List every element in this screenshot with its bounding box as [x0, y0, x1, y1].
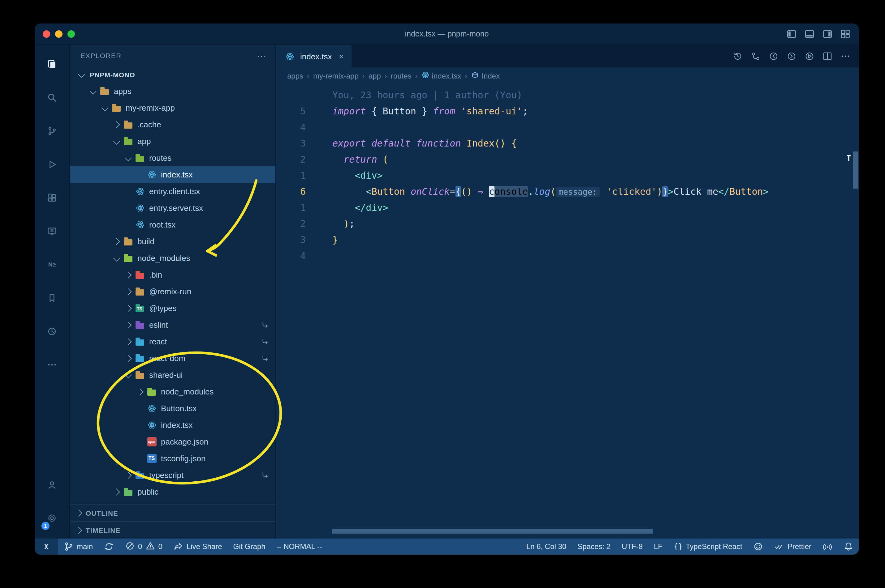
breadcrumb-apps[interactable]: apps	[287, 72, 303, 80]
chevron-down-icon[interactable]	[111, 139, 122, 144]
code-line[interactable]: 3}	[276, 232, 859, 248]
chevron-right-icon[interactable]	[134, 390, 146, 394]
activity-source-control-icon[interactable]	[37, 114, 67, 148]
status-language-mode[interactable]: {}TypeScript React	[668, 538, 748, 555]
status-encoding[interactable]: UTF-8	[616, 538, 648, 555]
breadcrumb-routes[interactable]: routes	[391, 72, 412, 80]
tree-item-react[interactable]: react	[70, 333, 275, 350]
tab-close-icon[interactable]: ×	[339, 51, 344, 61]
tree-item-button-tsx[interactable]: Button.tsx	[70, 400, 275, 417]
tree-item-eslint[interactable]: eslint	[70, 316, 275, 333]
tree-item-tsconfig-json[interactable]: TStsconfig.json	[70, 450, 275, 467]
tree-item-node-modules[interactable]: node_modules	[70, 250, 275, 267]
tree-item-root-tsx[interactable]: root.tsx	[70, 216, 275, 233]
activity-settings-icon[interactable]: 1	[37, 501, 67, 535]
toggle-secondary-sidebar-icon[interactable]	[822, 29, 832, 39]
breadcrumb-my-remix-app[interactable]: my-remix-app	[313, 72, 359, 80]
chevron-right-icon[interactable]	[111, 239, 122, 244]
chevron-down-icon[interactable]	[99, 106, 110, 110]
activity-more-icon[interactable]	[37, 348, 67, 381]
code-line[interactable]: 6 <Button onClick={() ⇒ console.log(mess…	[276, 184, 859, 200]
status-git-branch[interactable]: main	[58, 538, 98, 555]
code-line[interactable]: 4	[276, 119, 859, 135]
activity-nx-console-icon[interactable]: N≥	[37, 248, 67, 281]
status-sync-changes[interactable]	[98, 538, 119, 555]
tree-item-shared-ui[interactable]: shared-ui	[70, 367, 275, 383]
activity-extensions-icon[interactable]	[37, 181, 67, 214]
tree-item--remix-run[interactable]: @remix-run	[70, 283, 275, 300]
code-line[interactable]: 2 return (	[276, 152, 859, 168]
chevron-down-icon[interactable]	[122, 373, 134, 378]
code-line[interactable]: 2 );	[276, 216, 859, 232]
chevron-right-icon[interactable]	[111, 122, 122, 127]
tree-item-entry-server-tsx[interactable]: entry.server.tsx	[70, 200, 275, 216]
status-git-graph[interactable]: Git Graph	[228, 538, 271, 555]
status-prettier[interactable]: Prettier	[769, 538, 817, 555]
explorer-actions-button[interactable]: ···	[257, 51, 267, 60]
tree-item-typescript[interactable]: TStypescript	[70, 467, 275, 483]
horizontal-scrollbar[interactable]	[332, 529, 653, 534]
code-line[interactable]: 3export default function Index() {	[276, 135, 859, 152]
nav-back-icon[interactable]	[769, 51, 778, 61]
status-vim-mode[interactable]: -- NORMAL --	[271, 538, 328, 555]
activity-bookmarks-icon[interactable]	[37, 281, 67, 315]
tree-item--bin[interactable]: .bin	[70, 267, 275, 283]
chevron-right-icon[interactable]	[122, 473, 134, 478]
section-timeline[interactable]: TIMELINE	[70, 521, 275, 538]
toggle-panel-icon[interactable]	[805, 29, 814, 39]
split-editor-icon[interactable]	[822, 51, 832, 61]
status-eol[interactable]: LF	[648, 538, 668, 555]
activity-remote-explorer-icon[interactable]	[37, 214, 67, 248]
status-feedback[interactable]	[748, 538, 769, 555]
tree-item-build[interactable]: build	[70, 233, 275, 250]
tree-item-public[interactable]: public	[70, 483, 275, 500]
tree-item-my-remix-app[interactable]: my-remix-app	[70, 99, 275, 116]
tree-item-routes[interactable]: routes	[70, 150, 275, 166]
tree-item-index-tsx[interactable]: index.tsx	[70, 417, 275, 434]
tree-item-index-tsx[interactable]: index.tsx	[70, 166, 275, 183]
nav-forward-icon[interactable]	[787, 51, 796, 61]
code-line[interactable]: 5import { Button } from 'shared-ui';	[276, 103, 859, 119]
tree-item-entry-client-tsx[interactable]: entry.client.tsx	[70, 183, 275, 200]
tree-item--cache[interactable]: .cache	[70, 116, 275, 133]
activity-search-icon[interactable]	[37, 81, 67, 114]
zoom-button[interactable]	[68, 30, 75, 38]
tree-item-apps[interactable]: apps	[70, 83, 275, 99]
chevron-down-icon[interactable]	[122, 156, 134, 160]
customize-layout-icon[interactable]	[840, 29, 850, 39]
vertical-scrollbar[interactable]	[853, 152, 858, 189]
more-actions-icon[interactable]	[840, 51, 850, 61]
chevron-right-icon[interactable]	[122, 323, 134, 327]
tree-item-app[interactable]: app	[70, 133, 275, 150]
run-icon[interactable]	[805, 51, 814, 61]
tree-item-pnpm-mono[interactable]: PNPM-MONO	[70, 66, 275, 83]
chevron-down-icon[interactable]	[87, 89, 98, 94]
chevron-right-icon[interactable]	[122, 290, 134, 294]
status-indentation[interactable]: Spaces: 2	[572, 538, 616, 555]
chevron-right-icon[interactable]	[122, 356, 134, 361]
chevron-right-icon[interactable]	[122, 306, 134, 311]
code-line[interactable]: 1 </div>	[276, 200, 859, 216]
status-notifications[interactable]	[838, 538, 859, 555]
close-button[interactable]	[43, 30, 50, 38]
status-cursor-position[interactable]: Ln 6, Col 30	[521, 538, 572, 555]
activity-run-debug-icon[interactable]	[37, 148, 67, 181]
status-broadcast[interactable]	[817, 538, 838, 555]
section-outline[interactable]: OUTLINE	[70, 504, 275, 521]
tree-item--types[interactable]: TS@types	[70, 300, 275, 316]
chevron-right-icon[interactable]	[111, 490, 122, 494]
activity-explorer-icon[interactable]	[37, 48, 67, 81]
breadcrumb-app[interactable]: app	[369, 72, 381, 80]
tree-item-node-modules[interactable]: node_modules	[70, 383, 275, 400]
chevron-down-icon[interactable]	[111, 256, 122, 261]
toggle-sidebar-icon[interactable]	[787, 29, 796, 39]
code-line[interactable]: 1 <div>	[276, 168, 859, 184]
status-problems[interactable]: 00	[119, 538, 168, 555]
chevron-down-icon[interactable]	[75, 72, 87, 77]
code-editor[interactable]: You, 23 hours ago | 1 author (You)5impor…	[276, 85, 859, 538]
breadcrumb-index[interactable]: Index	[471, 71, 500, 81]
chevron-right-icon[interactable]	[122, 273, 134, 277]
tree-item-react-dom[interactable]: react-dom	[70, 350, 275, 367]
compare-changes-icon[interactable]	[751, 51, 761, 61]
breadcrumb-index-tsx[interactable]: index.tsx	[421, 71, 461, 81]
